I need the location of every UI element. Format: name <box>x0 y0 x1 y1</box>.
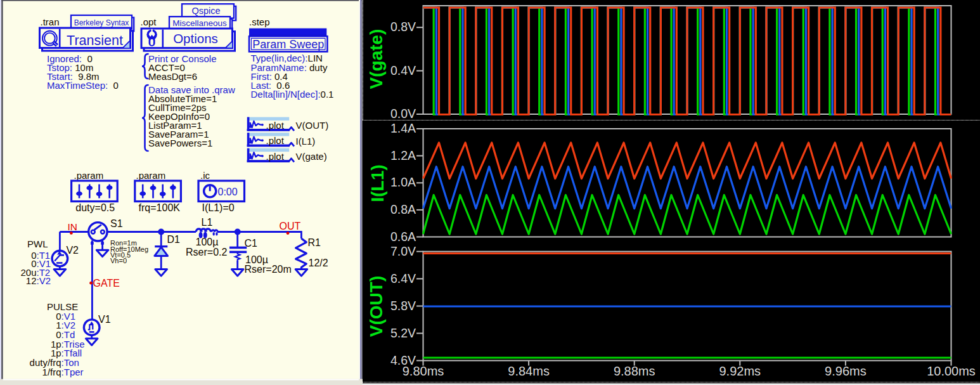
svg-text:12: 12 <box>26 275 37 286</box>
svg-text:9.84ms: 9.84ms <box>508 364 550 378</box>
svg-text:V(OUT): V(OUT) <box>366 276 386 337</box>
svg-text:9.96ms: 9.96ms <box>825 364 867 378</box>
svg-text:6.4V: 6.4V <box>390 271 416 285</box>
svg-text:Vh=0: Vh=0 <box>110 257 127 264</box>
svg-text:Delta[lin]/N[dec]:0.1: Delta[lin]/N[dec]:0.1 <box>251 89 334 100</box>
svg-text:MeasDgt=6: MeasDgt=6 <box>148 71 197 82</box>
svg-text:.param: .param <box>74 170 104 181</box>
svg-text:V(gate): V(gate) <box>296 151 327 162</box>
svg-text:V(OUT): V(OUT) <box>296 120 329 131</box>
svg-text:.plot: .plot <box>266 135 285 146</box>
svg-text:0.6A: 0.6A <box>390 230 416 244</box>
svg-text:GATE: GATE <box>93 278 120 289</box>
svg-text:1.0A: 1.0A <box>390 175 416 189</box>
svg-text:duty=0.5: duty=0.5 <box>75 202 115 213</box>
svg-text:C1: C1 <box>245 238 258 249</box>
svg-text:.tran: .tran <box>41 16 60 27</box>
svg-text:I(L1): I(L1) <box>296 136 316 147</box>
svg-text:1.2A: 1.2A <box>390 148 416 162</box>
svg-text:9.92ms: 9.92ms <box>719 364 761 378</box>
svg-text:100µ: 100µ <box>196 237 219 247</box>
svg-text:5.8V: 5.8V <box>390 299 416 313</box>
svg-text::Tper: :Tper <box>61 367 84 377</box>
svg-text:D1: D1 <box>167 234 181 245</box>
svg-text:5.2V: 5.2V <box>390 326 416 340</box>
svg-text:V(gate): V(gate) <box>366 29 386 89</box>
svg-text:V1: V1 <box>98 314 111 325</box>
svg-text:9.88ms: 9.88ms <box>614 364 655 378</box>
svg-text:Rser=20m: Rser=20m <box>245 264 292 275</box>
svg-text:12/2: 12/2 <box>309 258 328 268</box>
svg-text:.step: .step <box>249 16 270 27</box>
svg-text:Miscellaneous: Miscellaneous <box>172 18 227 28</box>
svg-text:Rser=0.2: Rser=0.2 <box>186 247 227 258</box>
svg-text:S1: S1 <box>110 218 123 229</box>
svg-text:1/frq: 1/frq <box>42 367 61 377</box>
svg-text:MaxTimeStep: 0: MaxTimeStep: 0 <box>47 80 119 91</box>
svg-text:I(L1)=0: I(L1)=0 <box>202 202 235 213</box>
svg-text:V2: V2 <box>66 245 79 256</box>
svg-text:Qspice: Qspice <box>191 6 220 16</box>
svg-text:frq=100K: frq=100K <box>139 202 181 213</box>
svg-text:IN: IN <box>68 221 78 232</box>
svg-text:.opt: .opt <box>141 16 157 27</box>
svg-text:Param Sweep: Param Sweep <box>252 38 324 51</box>
svg-text:0:00: 0:00 <box>218 186 238 197</box>
svg-text:0.8A: 0.8A <box>390 202 416 216</box>
svg-text:L1: L1 <box>202 217 213 228</box>
svg-text:R1: R1 <box>308 237 321 248</box>
svg-text:PWL: PWL <box>27 238 48 249</box>
svg-text:I(L1): I(L1) <box>368 164 387 202</box>
svg-text:0.8V: 0.8V <box>390 20 416 34</box>
svg-text:0.4V: 0.4V <box>390 63 416 77</box>
svg-text:1.4A: 1.4A <box>390 121 416 135</box>
svg-text:7.0V: 7.0V <box>390 244 416 258</box>
svg-text:.plot: .plot <box>266 120 285 131</box>
svg-text:0.0V: 0.0V <box>390 107 416 121</box>
svg-text:Transient: Transient <box>67 33 123 48</box>
svg-text:.plot: .plot <box>266 151 285 162</box>
svg-text::V2: :V2 <box>37 275 51 286</box>
svg-text:Options: Options <box>173 31 218 46</box>
svg-text:OUT: OUT <box>280 221 301 232</box>
svg-text:SavePowers=1: SavePowers=1 <box>148 138 212 148</box>
svg-text:Berkeley Syntax: Berkeley Syntax <box>74 18 129 27</box>
svg-text:9.80ms: 9.80ms <box>403 364 444 378</box>
svg-text:.param: .param <box>136 170 166 181</box>
svg-text:.ic: .ic <box>200 170 210 181</box>
svg-text:10.00ms: 10.00ms <box>927 364 976 378</box>
